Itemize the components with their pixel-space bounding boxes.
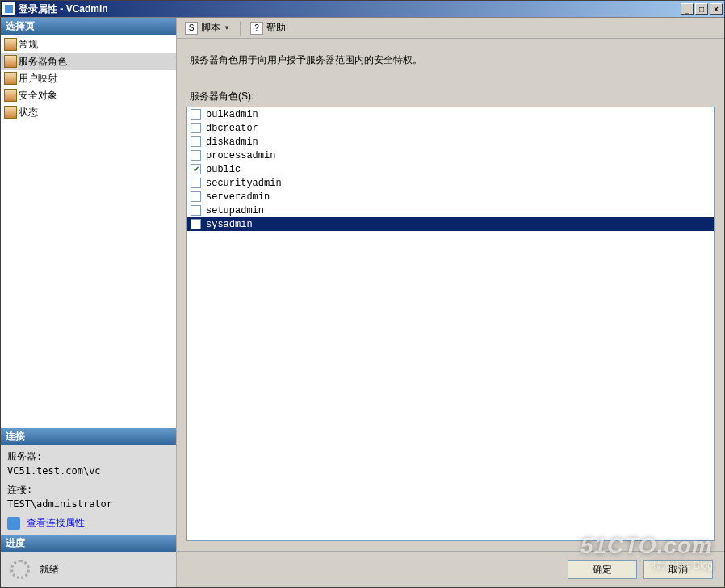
role-name: setupadmin <box>206 205 264 216</box>
view-connection-row: 查看连接属性 <box>7 516 170 530</box>
roles-listbox[interactable]: bulkadmindbcreatordiskadminprocessadminp… <box>186 107 715 541</box>
sidebar-spacer <box>1 123 176 428</box>
maximize-button[interactable]: □ <box>695 3 708 15</box>
role-checkbox[interactable] <box>191 109 201 120</box>
connection-icon <box>7 517 20 530</box>
role-row[interactable]: securityadmin <box>187 176 714 190</box>
sidebar-page-item[interactable]: 服务器角色 <box>1 53 176 70</box>
role-name: diskadmin <box>206 136 258 148</box>
role-name: bulkadmin <box>206 109 258 120</box>
role-checkbox[interactable] <box>191 150 201 161</box>
role-checkbox[interactable] <box>191 205 201 216</box>
role-checkbox[interactable] <box>191 191 201 202</box>
conn-value: TEST\administrator <box>7 498 170 510</box>
roles-label: 服务器角色(S): <box>186 90 715 103</box>
chevron-down-icon: ▼ <box>224 24 230 32</box>
svg-rect-0 <box>5 5 13 13</box>
role-row[interactable]: sysadmin <box>187 217 714 231</box>
sidebar-page-item[interactable]: 状态 <box>1 104 176 121</box>
role-row[interactable]: dbcreator <box>187 121 714 135</box>
titlebar[interactable]: 登录属性 - VCadmin _ □ × <box>1 1 724 17</box>
dialog-body: 选择页 常规服务器角色用户映射安全对象状态 连接 服务器: VC51.test.… <box>1 17 724 587</box>
connection-header: 连接 <box>1 428 176 445</box>
pages-list: 常规服务器角色用户映射安全对象状态 <box>1 35 176 123</box>
role-checkbox[interactable] <box>191 219 201 229</box>
server-label: 服务器: <box>7 450 170 464</box>
toolbar: S 脚本 ▼ ? 帮助 <box>177 18 724 39</box>
toolbar-separator <box>240 21 241 36</box>
description-text: 服务器角色用于向用户授予服务器范围内的安全特权。 <box>186 53 715 67</box>
role-row[interactable]: public <box>187 162 714 176</box>
sidebar: 选择页 常规服务器角色用户映射安全对象状态 连接 服务器: VC51.test.… <box>1 18 177 587</box>
role-checkbox[interactable] <box>191 123 201 133</box>
connection-panel: 服务器: VC51.test.com\vc 连接: TEST\administr… <box>1 445 176 535</box>
script-label: 脚本 <box>201 21 220 35</box>
cancel-button[interactable]: 取消 <box>643 560 713 579</box>
server-value: VC51.test.com\vc <box>7 465 170 477</box>
button-row: 确定 取消 <box>177 551 724 587</box>
app-icon <box>2 2 15 15</box>
help-icon: ? <box>250 22 263 35</box>
progress-header: 进度 <box>1 535 176 552</box>
role-name: dbcreator <box>206 123 258 134</box>
select-page-header: 选择页 <box>1 18 176 35</box>
minimize-button[interactable]: _ <box>681 3 694 15</box>
role-row[interactable]: processadmin <box>187 149 714 162</box>
content-area: 服务器角色用于向用户授予服务器范围内的安全特权。 服务器角色(S): bulka… <box>177 39 724 551</box>
sidebar-page-item[interactable]: 常规 <box>1 36 176 53</box>
conn-label: 连接: <box>7 483 170 497</box>
role-checkbox[interactable] <box>191 178 201 188</box>
view-connection-link[interactable]: 查看连接属性 <box>27 516 85 530</box>
script-button[interactable]: S 脚本 ▼ <box>180 19 235 36</box>
role-row[interactable]: diskadmin <box>187 135 714 149</box>
help-button[interactable]: ? 帮助 <box>245 19 291 36</box>
role-name: serveradmin <box>206 191 270 203</box>
sidebar-page-item[interactable]: 安全对象 <box>1 87 176 104</box>
role-name: processadmin <box>206 150 275 162</box>
help-label: 帮助 <box>266 21 286 35</box>
dialog-window: 登录属性 - VCadmin _ □ × 选择页 常规服务器角色用户映射安全对象… <box>0 0 725 588</box>
progress-panel: 就绪 <box>1 552 176 587</box>
role-name: securityadmin <box>206 178 282 189</box>
role-name: sysadmin <box>206 219 253 230</box>
progress-status: 就绪 <box>40 563 59 577</box>
role-checkbox[interactable] <box>191 164 201 174</box>
window-controls: _ □ × <box>681 3 723 15</box>
script-icon: S <box>185 22 198 35</box>
role-row[interactable]: setupadmin <box>187 204 714 217</box>
role-checkbox[interactable] <box>191 136 201 147</box>
close-button[interactable]: × <box>710 3 723 15</box>
main-panel: S 脚本 ▼ ? 帮助 服务器角色用于向用户授予服务器范围内的安全特权。 服务器… <box>177 18 724 587</box>
role-row[interactable]: bulkadmin <box>187 107 714 121</box>
sidebar-page-item[interactable]: 用户映射 <box>1 70 176 87</box>
role-row[interactable]: serveradmin <box>187 190 714 204</box>
role-name: public <box>206 164 241 175</box>
ok-button[interactable]: 确定 <box>568 560 637 579</box>
window-title: 登录属性 - VCadmin <box>19 2 681 16</box>
progress-spinner-icon <box>10 560 30 579</box>
